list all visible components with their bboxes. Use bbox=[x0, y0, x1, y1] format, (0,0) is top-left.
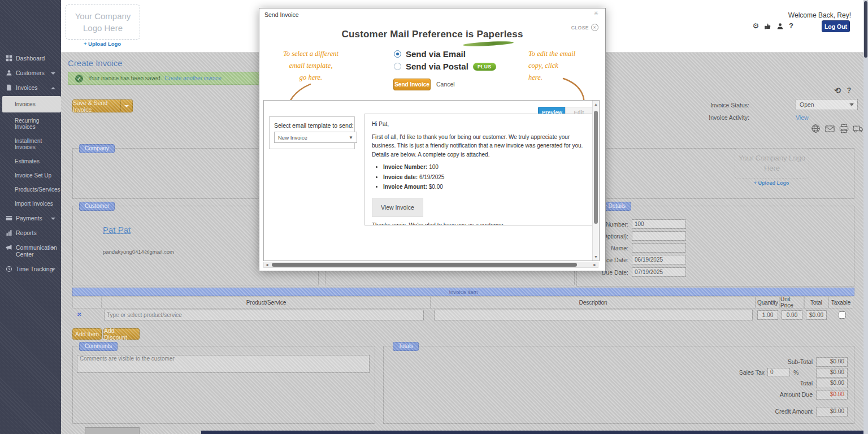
company-tag: Company bbox=[79, 144, 115, 153]
horizontal-scrollbar[interactable]: ◄ ► bbox=[263, 262, 598, 268]
decoration-icon: ✳ bbox=[594, 10, 598, 16]
invoice-number-input[interactable] bbox=[632, 219, 686, 229]
scroll-left-arrow[interactable]: ◄ bbox=[265, 262, 269, 267]
invoice-upload-logo-link[interactable]: + Upload Logo bbox=[735, 180, 808, 186]
scrollbar-thumb[interactable] bbox=[594, 111, 598, 224]
customer-name-link[interactable]: Pat Pat bbox=[103, 225, 131, 235]
modal-cancel-link[interactable]: Cancel bbox=[436, 81, 455, 88]
green-underline-decoration bbox=[463, 41, 514, 47]
send-via-email-radio[interactable]: Send via Email bbox=[394, 49, 466, 59]
chevron-down-icon bbox=[51, 268, 55, 271]
product-service-input[interactable] bbox=[104, 310, 424, 320]
email-editor-panel: Preview Edit Select email template to se… bbox=[263, 100, 600, 261]
po-number-input[interactable] bbox=[632, 231, 686, 241]
sidebar-subitem-estimates[interactable]: Estimates bbox=[0, 154, 61, 168]
vertical-scrollbar[interactable]: ▲ ▼ bbox=[592, 101, 599, 261]
print-icon[interactable] bbox=[839, 124, 849, 133]
table-header-unit-price: Unit Price bbox=[780, 296, 804, 309]
modal-send-invoice-button[interactable]: Send Invoice bbox=[393, 79, 431, 90]
salestax-label: Sales Tax bbox=[728, 369, 765, 376]
welcome-message: Welcome Back, Rey! bbox=[788, 11, 851, 19]
gear-icon[interactable]: ⚙ bbox=[752, 21, 759, 31]
comments-textarea[interactable] bbox=[77, 355, 370, 373]
chevron-up-icon bbox=[51, 87, 55, 89]
upload-logo-link[interactable]: + Upload Logo bbox=[66, 41, 139, 47]
success-message: Your invoice has been saved. bbox=[88, 75, 162, 81]
email-preview: Hi Pat, First of all, I'd like to thank … bbox=[364, 114, 593, 225]
template-value: New Invoice bbox=[278, 134, 307, 141]
sidebar-subitem-invoices[interactable]: Invoices bbox=[2, 96, 61, 112]
email-bullet: Invoice Amount: $0.00 bbox=[383, 183, 585, 192]
salestax-rate-input[interactable] bbox=[767, 368, 790, 376]
sidebar-item-communication-center[interactable]: Communication Center bbox=[0, 240, 61, 262]
sidebar-item-label: Payments bbox=[16, 215, 42, 222]
template-select[interactable]: New Invoice ▼ bbox=[274, 132, 357, 143]
invoice-logo-placeholder[interactable]: Your Company Logo Here bbox=[735, 148, 809, 179]
sidebar-subitem-products-services[interactable]: Products/Services bbox=[0, 183, 61, 197]
sidebar-subitem-recurring-invoices[interactable]: Recurring Invoices bbox=[0, 114, 61, 134]
unit-price-input[interactable] bbox=[782, 310, 802, 320]
name-input[interactable] bbox=[632, 243, 686, 253]
quantity-input[interactable] bbox=[757, 310, 778, 320]
invoice-activity-view-link[interactable]: View bbox=[796, 114, 809, 121]
send-invoice-modal: Send Invoice ✳ CLOSE ✕ Customer Mail Pre… bbox=[259, 8, 606, 271]
sidebar-item-customers[interactable]: Customers bbox=[0, 66, 61, 80]
email-icon[interactable] bbox=[824, 124, 835, 133]
logout-button[interactable]: Log Out bbox=[822, 20, 850, 32]
description-input[interactable] bbox=[434, 310, 753, 320]
scrollbar-thumb[interactable] bbox=[272, 263, 577, 267]
help-icon[interactable]: ? bbox=[789, 21, 793, 31]
totals-tag: Totals bbox=[393, 342, 419, 351]
add-item-button[interactable]: Add Item bbox=[72, 328, 102, 340]
scroll-down-arrow[interactable]: ▼ bbox=[593, 255, 599, 259]
radio-selected-icon bbox=[394, 50, 401, 58]
thumbs-up-icon[interactable] bbox=[764, 23, 771, 30]
help-icon[interactable]: ? bbox=[847, 86, 851, 94]
sidebar-subitem-installment-invoices[interactable]: Installment Invoices bbox=[0, 134, 61, 154]
amount-due-label: Amount Due bbox=[756, 391, 813, 398]
truck-icon[interactable] bbox=[853, 124, 863, 133]
plus-badge: PLUS bbox=[473, 63, 496, 71]
sidebar-item-payments[interactable]: Payments bbox=[0, 211, 61, 225]
sidebar-item-label: Customers bbox=[16, 70, 45, 76]
sidebar-subitem-import-invoices[interactable]: Import Invoices bbox=[0, 197, 61, 211]
sidebar-item-time-tracking[interactable]: Time Tracking bbox=[0, 262, 61, 276]
scroll-up-arrow[interactable]: ▲ bbox=[593, 102, 599, 106]
header-icon-row: ⚙ ? bbox=[752, 21, 793, 31]
chevron-down-icon: ▼ bbox=[349, 135, 353, 140]
history-icon[interactable]: ⟲ bbox=[834, 86, 841, 95]
taxable-checkbox[interactable] bbox=[839, 311, 846, 319]
table-header-quantity: Quantity bbox=[756, 296, 780, 309]
sidebar-subitem-invoice-set-up[interactable]: Invoice Set Up bbox=[0, 168, 61, 183]
invoice-action-icons bbox=[810, 124, 863, 133]
sidebar-item-invoices[interactable]: Invoices bbox=[0, 80, 61, 95]
salestax-value: $0.00 bbox=[816, 368, 848, 377]
save-send-dropdown-button[interactable] bbox=[120, 99, 133, 112]
send-via-postal-radio[interactable]: Send via Postal PLUS bbox=[394, 62, 496, 71]
add-discount-button[interactable]: Add Discount bbox=[103, 328, 140, 340]
template-select-box: Select email template to send: New Invoi… bbox=[269, 116, 355, 149]
scroll-right-arrow[interactable]: ► bbox=[593, 262, 597, 267]
scrollbar-thumb[interactable] bbox=[864, 1, 867, 58]
row-total-input[interactable] bbox=[806, 310, 827, 320]
invoice-status-select[interactable]: Open bbox=[796, 99, 858, 110]
account-icon[interactable] bbox=[776, 23, 784, 30]
save-send-invoice-button[interactable]: Save & Send Invoice bbox=[72, 99, 121, 112]
sidebar-item-reports[interactable]: Reports bbox=[0, 225, 61, 240]
customers-icon bbox=[6, 70, 12, 76]
invoices-icon bbox=[6, 84, 12, 91]
comments-tag: Comments bbox=[79, 342, 118, 351]
globe-icon[interactable] bbox=[810, 124, 821, 133]
create-another-invoice-link[interactable]: Create another invoice bbox=[164, 75, 222, 81]
footer-bar bbox=[201, 431, 863, 434]
delete-row-icon[interactable]: ✕ bbox=[77, 311, 81, 318]
company-logo-placeholder[interactable]: Your Company Logo Here bbox=[66, 5, 140, 40]
sidebar: Dashboard Customers Invoices Invoices Re… bbox=[0, 0, 61, 434]
view-invoice-button[interactable]: View Invoice bbox=[372, 198, 423, 217]
sidebar-item-dashboard[interactable]: Dashboard bbox=[0, 51, 61, 66]
browser-scrollbar[interactable] bbox=[863, 0, 868, 434]
due-date-input[interactable] bbox=[632, 267, 686, 277]
invoice-items-bar: Invoice Item bbox=[72, 288, 854, 296]
invoice-date-input[interactable] bbox=[632, 255, 686, 264]
email-bullet: Invoice date: 6/19/2025 bbox=[383, 173, 585, 182]
